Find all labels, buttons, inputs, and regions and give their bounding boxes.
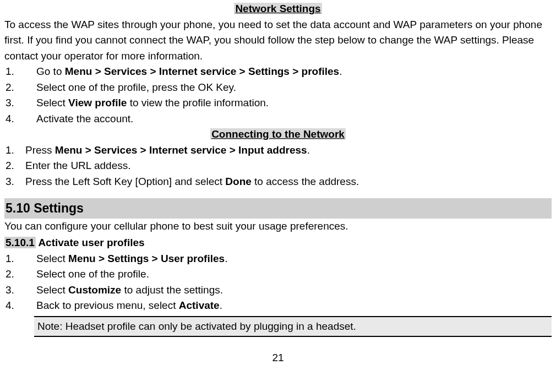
list-item: 1. Select Menu > Settings > User profile… (4, 251, 552, 267)
list-text: Select Menu > Settings > User profiles. (36, 251, 552, 267)
list-number: 3. (4, 282, 36, 298)
heading-connecting-wrap: Connecting to the Network (4, 127, 552, 143)
section-heading-settings: 5.10 Settings (4, 198, 552, 219)
text: to access the address. (252, 176, 359, 187)
list-number: 3. (4, 174, 25, 190)
text: Press (25, 144, 55, 156)
list-item: 2. Select one of the profile. (4, 266, 552, 282)
subsection-heading: 5.10.1 Activate user profiles (4, 235, 552, 251)
subsection-number: 5.10.1 (4, 237, 36, 248)
list-text: Select Customize to adjust the settings. (36, 282, 552, 298)
list-number: 2. (4, 158, 25, 174)
text: Go to (36, 66, 65, 77)
text: . (225, 253, 227, 264)
list-text: Enter the URL addess. (25, 158, 552, 174)
text: to adjust the settings. (121, 284, 223, 296)
list-number: 1. (4, 143, 25, 159)
list-item: 3. Select View profile to view the profi… (4, 95, 552, 111)
bold-text: Menu > Services > Internet service > Inp… (55, 144, 307, 156)
heading-network-settings: Network Settings (234, 3, 321, 14)
bold-text: Activate (179, 300, 220, 311)
heading-network-settings-wrap: Network Settings (4, 1, 552, 17)
list-item: 1. Press Menu > Services > Internet serv… (4, 143, 552, 159)
text: Back to previous menu, select (36, 300, 179, 311)
text: Select (36, 284, 68, 296)
list-text: Select one of the profile. (36, 266, 552, 282)
list-item: 4. Activate the account. (4, 111, 552, 127)
intro-paragraph: To access the WAP sites through your pho… (4, 17, 552, 64)
list-text: Press Menu > Services > Internet service… (25, 143, 552, 159)
list-text: Select View profile to view the profile … (36, 95, 552, 111)
bold-text: Menu > Settings > User profiles (68, 253, 225, 264)
list-text: Back to previous menu, select Activate. (36, 298, 552, 314)
list-profiles: 1. Select Menu > Settings > User profile… (4, 251, 552, 314)
text: Press the Left Soft Key [Option] and sel… (25, 176, 225, 187)
page-number: 21 (4, 350, 552, 366)
bold-text: View profile (68, 97, 127, 108)
bold-text: Done (225, 176, 252, 187)
subsection-title: Activate user profiles (36, 237, 145, 248)
section-intro: You can configure your cellular phone to… (4, 219, 552, 235)
list-item: 4. Back to previous menu, select Activat… (4, 298, 552, 314)
list-item: 2. Enter the URL addess. (4, 158, 552, 174)
list-connecting: 1. Press Menu > Services > Internet serv… (4, 143, 552, 190)
list-item: 2. Select one of the profile, press the … (4, 80, 552, 96)
list-number: 3. (4, 95, 36, 111)
bold-text: Menu > Services > Internet service > Set… (65, 66, 339, 77)
text: Select (36, 253, 68, 264)
list-number: 1. (4, 251, 36, 267)
list-number: 4. (4, 298, 36, 314)
list-text: Go to Menu > Services > Internet service… (36, 64, 552, 80)
list-item: 3. Select Customize to adjust the settin… (4, 282, 552, 298)
list-text: Activate the account. (36, 111, 552, 127)
note-box: Note: Headset profile can only be activa… (34, 316, 552, 337)
text: to view the profile information. (127, 97, 269, 108)
text: . (339, 66, 342, 77)
list-text: Press the Left Soft Key [Option] and sel… (25, 174, 552, 190)
list-number: 1. (4, 64, 36, 80)
list-network-settings: 1. Go to Menu > Services > Internet serv… (4, 64, 552, 127)
heading-connecting: Connecting to the Network (210, 128, 346, 140)
list-item: 1. Go to Menu > Services > Internet serv… (4, 64, 552, 80)
list-number: 4. (4, 111, 36, 127)
text: . (220, 300, 222, 311)
list-number: 2. (4, 266, 36, 282)
list-item: 3. Press the Left Soft Key [Option] and … (4, 174, 552, 190)
text: Select (36, 97, 68, 108)
text: . (307, 144, 310, 156)
list-text: Select one of the profile, press the OK … (36, 80, 552, 96)
bold-text: Customize (68, 284, 121, 296)
list-number: 2. (4, 80, 36, 96)
